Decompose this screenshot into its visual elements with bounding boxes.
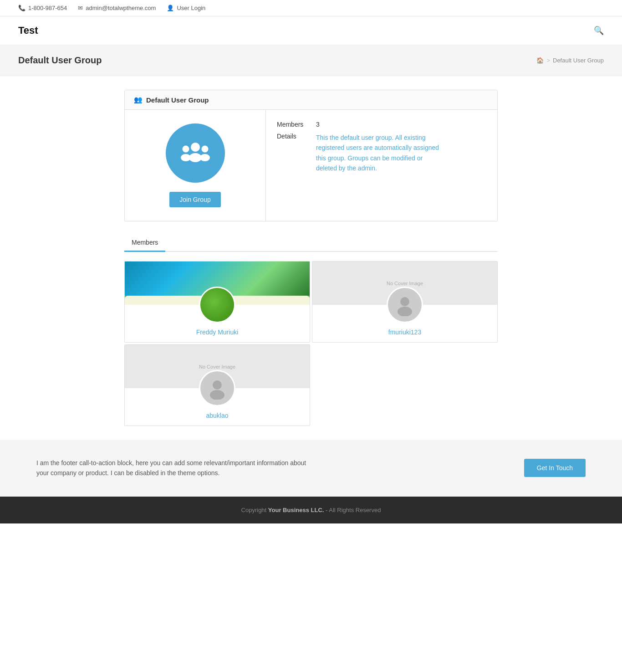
member-profile-link[interactable]: abuklao [206,412,228,419]
breadcrumb-separator: > [546,57,550,64]
member-card: No Cover Image abuklao [124,344,310,426]
group-header-title: Default User Group [146,96,209,104]
member-card: No Cover Image fmuriuki123 [312,261,498,343]
group-card-header: 👥 Default User Group [125,90,497,110]
leaf-avatar-image [200,288,234,322]
phone-icon: 📞 [18,5,25,11]
member-avatar [387,287,423,323]
svg-point-3 [181,154,191,161]
member-avatar-wrapper [312,287,497,327]
member-avatar [199,287,235,323]
svg-point-5 [200,154,210,161]
email-address: admin@totalwptheme.com [86,5,156,11]
member-name: abuklao [125,410,310,426]
site-header: Test 🔍 [0,16,622,45]
group-card: 👥 Default User Group [124,90,498,221]
group-avatar [166,123,225,183]
members-grid: Freddy Muriuki No Cover Image [124,261,498,426]
group-avatar-section: Join Group [125,110,266,221]
members-tab[interactable]: Members [124,235,165,252]
footer-cta: I am the footer call-to-action block, he… [0,440,622,497]
login-link[interactable]: User Login [177,5,205,11]
breadcrumb-home[interactable]: 🏠 [536,57,544,64]
members-label: Members [277,121,309,128]
user-icon: 👤 [167,5,174,11]
join-group-button[interactable]: Join Group [169,192,220,207]
group-card-body: Join Group Members 3 Details This the de… [125,110,497,221]
member-avatar-wrapper [125,370,310,410]
main-content: 👥 Default User Group [106,90,516,426]
details-text: This the default user group. All existin… [316,133,444,174]
svg-point-1 [189,153,202,162]
breadcrumb: 🏠 > Default User Group [536,57,604,64]
svg-point-6 [400,297,409,306]
get-in-touch-button[interactable]: Get In Touch [524,459,586,477]
member-profile-link[interactable]: fmuriuki123 [388,328,421,336]
phone-number: 1-800-987-654 [28,5,67,11]
top-bar: 📞 1-800-987-654 ✉ admin@totalwptheme.com… [0,0,622,16]
members-row: Members 3 [277,121,486,128]
svg-point-7 [398,307,412,316]
default-avatar-icon [206,377,229,400]
members-count: 3 [316,121,320,128]
svg-point-8 [213,380,222,390]
email-item: ✉ admin@totalwptheme.com [78,5,156,11]
details-label: Details [277,133,309,174]
svg-point-2 [182,146,189,153]
default-avatar-icon [393,293,416,316]
page-title-bar: Default User Group 🏠 > Default User Grou… [0,45,622,76]
copyright-suffix: - All Rights Reserved [326,507,381,513]
details-row: Details This the default user group. All… [277,133,486,174]
group-header-icon: 👥 [134,96,143,104]
phone-item: 📞 1-800-987-654 [18,5,67,11]
svg-point-9 [210,390,224,400]
svg-point-4 [201,146,208,153]
svg-point-0 [191,143,200,152]
member-avatar [199,370,235,406]
members-tabs: Members [124,235,498,252]
group-avatar-icon [179,137,211,169]
member-profile-link[interactable]: Freddy Muriuki [196,328,239,336]
member-card: Freddy Muriuki [124,261,310,343]
breadcrumb-current: Default User Group [553,57,604,64]
search-button[interactable]: 🔍 [594,26,604,36]
site-footer: Copyright Your Business LLC. - All Right… [0,497,622,523]
email-icon: ✉ [78,5,83,11]
members-section: Members Freddy Muriuki [124,235,498,426]
page-title: Default User Group [18,55,102,66]
member-name: fmuriuki123 [312,327,497,342]
copyright-prefix: Copyright [241,507,267,513]
footer-cta-text: I am the footer call-to-action block, he… [36,458,310,478]
member-name: Freddy Muriuki [125,327,310,342]
login-item[interactable]: 👤 User Login [167,5,205,11]
site-title: Test [18,25,38,36]
group-info-section: Members 3 Details This the default user … [266,110,497,221]
member-avatar-wrapper [125,287,310,327]
company-name: Your Business LLC. [268,507,324,513]
